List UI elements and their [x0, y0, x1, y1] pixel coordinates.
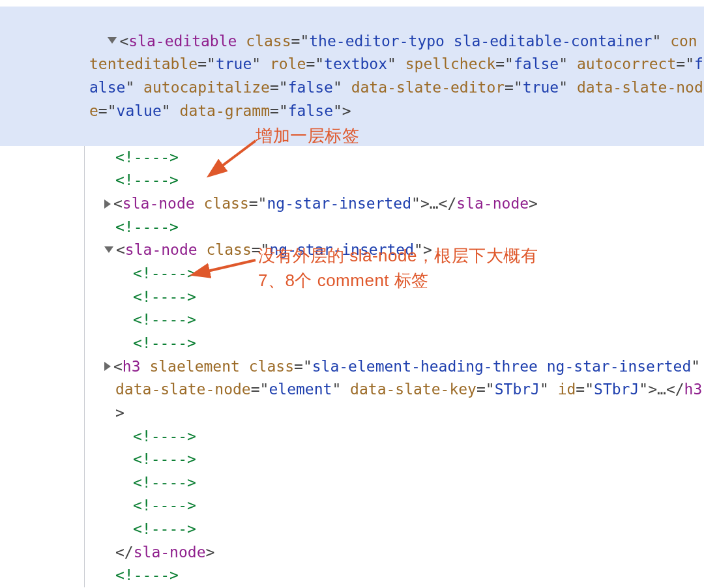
attr-value: the-editor-typo sla-editable-container — [309, 33, 652, 50]
tree-row-sla-node-open[interactable]: <sla-node class="ng-star-inserted"> — [0, 239, 704, 262]
tree-row-comment[interactable]: <!----> — [0, 564, 704, 587]
attr-name: role — [270, 55, 306, 72]
attr-value: false — [514, 55, 559, 72]
attr-name: data-gramm — [180, 102, 270, 119]
disclosure-open-icon[interactable] — [108, 37, 117, 44]
comment-node: <!----> — [133, 497, 196, 514]
ellipsis[interactable]: … — [657, 381, 666, 398]
comment-node: <!----> — [115, 149, 179, 166]
attr-name: id — [558, 381, 576, 398]
disclosure-closed-icon[interactable] — [104, 362, 111, 371]
tree-row-comment[interactable]: <!----> — [0, 471, 704, 495]
tag-name: sla-node — [123, 195, 195, 212]
tree-row-sla-node-close[interactable]: </sla-node> — [0, 541, 704, 565]
dom-tree: <sla-editable class="the-editor-typo sla… — [0, 0, 704, 587]
attr-name: class — [246, 33, 291, 50]
comment-node: <!----> — [115, 171, 179, 188]
tree-row-comment[interactable]: <!----> — [0, 448, 704, 471]
comment-node: <!----> — [133, 428, 196, 445]
attr-name: data-slate-editor — [351, 79, 505, 96]
attr-value: sla-element-heading-three ng-star-insert… — [312, 358, 692, 375]
tree-row-sla-node-collapsed[interactable]: <sla-node class="ng-star-inserted">…</sl… — [0, 192, 704, 216]
attr-name: class — [207, 241, 252, 258]
attr-value: ng-star-inserted — [267, 195, 411, 212]
tree-row-comment[interactable]: <!----> — [0, 425, 704, 448]
attr-name: autocapitalize — [143, 79, 270, 96]
tree-row-comment[interactable]: <!----> — [0, 286, 704, 309]
comment-node: <!----> — [133, 474, 196, 491]
attr-value: false — [288, 79, 333, 96]
tag-close: sla-node — [456, 195, 529, 212]
attr-name: spellcheck — [405, 55, 495, 72]
attr-name: data-slate-node — [115, 381, 251, 398]
comment-node: <!----> — [133, 288, 196, 305]
tree-row-comment[interactable]: <!----> — [0, 494, 704, 518]
tag-name: sla-node — [125, 241, 198, 258]
tag-name: sla-editable — [128, 33, 237, 50]
attr-name: class — [249, 358, 294, 375]
attr-value: false — [288, 102, 333, 119]
attr-name: autocorrect — [577, 55, 676, 72]
tree-row-h3[interactable]: <h3 slaelement class="sla-element-headin… — [0, 355, 704, 425]
attr-name: data-slate-key — [350, 381, 477, 398]
attr-value: STbrJ — [594, 381, 639, 398]
attr-value: STbrJ — [495, 381, 540, 398]
attr-value: true — [523, 79, 559, 96]
comment-node: <!----> — [133, 334, 196, 351]
tag-close: h3 — [684, 381, 703, 398]
ellipsis[interactable]: … — [430, 195, 439, 212]
tree-row-comment[interactable]: <!----> — [0, 308, 704, 332]
tree-row-root[interactable]: <sla-editable class="the-editor-typo sla… — [0, 7, 704, 146]
attr-name: slaelement — [149, 358, 239, 375]
disclosure-open-icon[interactable] — [104, 246, 113, 253]
tag-name: h3 — [123, 358, 141, 375]
comment-node: <!----> — [133, 265, 196, 282]
disclosure-closed-icon[interactable] — [104, 199, 111, 209]
tree-row-comment[interactable]: <!----> — [0, 216, 704, 239]
comment-node: <!----> — [133, 311, 196, 328]
attr-value: value — [117, 102, 162, 119]
tree-row-comment[interactable]: <!----> — [0, 169, 704, 192]
comment-node: <!----> — [133, 520, 196, 537]
tree-row-comment[interactable]: <!----> — [0, 332, 704, 355]
tag-close: sla-node — [134, 544, 206, 561]
attr-name: class — [204, 195, 249, 212]
tree-row-comment[interactable]: <!----> — [0, 262, 704, 286]
tree-row-comment[interactable]: <!----> — [0, 146, 704, 169]
tree-row-comment[interactable]: <!----> — [0, 518, 704, 541]
attr-value: textbox — [324, 55, 387, 72]
comment-node: <!----> — [115, 218, 179, 235]
attr-value: true — [216, 55, 252, 72]
comment-node: <!----> — [115, 566, 179, 583]
attr-value: ng-star-inserted — [269, 241, 414, 258]
comment-node: <!----> — [133, 450, 196, 467]
attr-value: element — [269, 381, 332, 398]
